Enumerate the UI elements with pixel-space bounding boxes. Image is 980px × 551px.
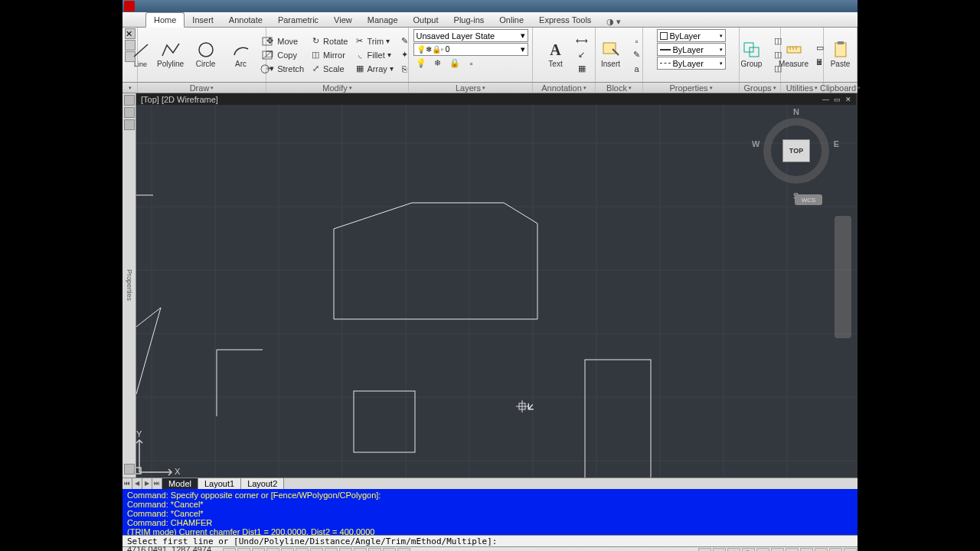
panel-label-utilities[interactable]: Utilities: [781, 83, 824, 93]
copy-button[interactable]: ❐Copy: [262, 48, 306, 61]
layout-tab-2[interactable]: Layout2: [241, 478, 284, 489]
viewport-maximize-icon[interactable]: ▭: [834, 96, 841, 103]
tab-online[interactable]: Online: [492, 13, 531, 27]
palette-menu-icon[interactable]: [124, 119, 135, 130]
tab-home[interactable]: Home: [145, 12, 185, 28]
text-button[interactable]: A Text: [539, 41, 573, 68]
leader-button[interactable]: ↙: [574, 48, 590, 61]
tab-plugins[interactable]: Plug-ins: [446, 13, 492, 27]
palette-close-icon[interactable]: [124, 95, 135, 106]
palette-pin-icon[interactable]: [124, 107, 135, 118]
status-btn-c[interactable]: 🔒: [727, 548, 740, 552]
layer-color-button[interactable]: ▫: [464, 57, 479, 70]
mirror-button[interactable]: ◫Mirror: [308, 48, 350, 61]
coordinates[interactable]: 4716.0491, 1287.4974, 0.0000: [122, 545, 222, 552]
ducs-toggle[interactable]: L: [325, 548, 338, 552]
navigation-bar[interactable]: [835, 216, 851, 338]
table-button[interactable]: ▦: [574, 62, 590, 75]
edit-block-button[interactable]: ✎: [629, 48, 645, 61]
status-btn-i[interactable]: 💡: [815, 548, 828, 552]
layer-iso-button[interactable]: 💡: [413, 57, 429, 70]
trim-button[interactable]: ✂Trim ▾: [352, 34, 396, 47]
tab-insert[interactable]: Insert: [185, 13, 221, 27]
status-btn-f[interactable]: ▦: [771, 548, 784, 552]
command-prompt[interactable]: Select first line or [Undo/Polyline/Dist…: [122, 535, 858, 546]
otrack-toggle[interactable]: ∠: [310, 548, 323, 552]
status-btn-h[interactable]: ⚙: [800, 548, 813, 552]
polar-toggle[interactable]: ⊙: [266, 548, 279, 552]
tab-parametric[interactable]: Parametric: [270, 13, 326, 27]
stretch-button[interactable]: ⇿Stretch: [262, 62, 306, 75]
compass-w[interactable]: W: [752, 139, 760, 148]
linetype-combo[interactable]: ByLayer: [657, 57, 726, 70]
snap-toggle[interactable]: ⊞: [223, 548, 236, 552]
arc-button[interactable]: Arc: [224, 41, 258, 68]
layer-freeze-button[interactable]: ❄: [430, 57, 446, 70]
panel-label-draw[interactable]: Draw: [138, 83, 266, 93]
drawing-canvas[interactable]: X Y ⟀: [136, 105, 858, 478]
viewport-close-icon[interactable]: ✕: [845, 96, 851, 103]
status-btn-e[interactable]: ⊕: [756, 548, 769, 552]
layout-tab-1[interactable]: Layout1: [198, 478, 241, 489]
layer-state-combo[interactable]: Unsaved Layer State▾: [413, 29, 528, 42]
lwt-toggle[interactable]: ≡: [354, 548, 367, 552]
panel-label-layers[interactable]: Layers: [409, 83, 533, 93]
tab-output[interactable]: Output: [406, 13, 446, 27]
sc-toggle[interactable]: ◐: [397, 548, 410, 552]
measure-button[interactable]: Measure: [777, 41, 811, 68]
move-button[interactable]: ✥Move: [262, 34, 306, 47]
properties-palette-label[interactable]: Properties: [126, 269, 133, 301]
tab-manage[interactable]: Manage: [360, 13, 406, 27]
qp-toggle[interactable]: ▭: [383, 548, 396, 552]
status-btn-b[interactable]: ▣: [713, 548, 726, 552]
panel-label-modify[interactable]: Modify: [266, 83, 409, 93]
panel-label-annotation[interactable]: Annotation: [533, 83, 596, 93]
viewport[interactable]: Properties [Top] [2D Wireframe] — ▭ ✕: [122, 93, 858, 478]
layer-combo[interactable]: 💡❄🔒▫ 0 ▾: [413, 43, 528, 56]
palette-props-icon[interactable]: [124, 464, 135, 474]
tpy-toggle[interactable]: ◫: [368, 548, 381, 552]
compass-e[interactable]: E: [834, 139, 839, 148]
dimension-button[interactable]: ⟷: [574, 34, 590, 47]
dyn-toggle[interactable]: +: [339, 548, 352, 552]
line-button[interactable]: Line: [129, 42, 152, 68]
3dosnap-toggle[interactable]: ▣: [296, 548, 309, 552]
panel-label-clipboard[interactable]: Clipboard: [824, 83, 858, 93]
circle-button[interactable]: Circle: [189, 41, 223, 68]
tab-annotate[interactable]: Annotate: [221, 13, 270, 27]
group-button[interactable]: Group: [735, 41, 769, 68]
array-button[interactable]: ▦Array ▾: [352, 62, 396, 75]
tab-express[interactable]: Express Tools: [531, 13, 599, 27]
panel-label-properties[interactable]: Properties: [643, 83, 740, 93]
ribbon-collapse-icon[interactable]: ◑ ▾: [606, 17, 621, 27]
scale-button[interactable]: ⤢Scale: [308, 62, 350, 75]
tab-view[interactable]: View: [326, 13, 360, 27]
layer-lock-button[interactable]: 🔒: [447, 57, 462, 70]
status-btn-d[interactable]: 🔍: [742, 548, 755, 552]
status-btn-g[interactable]: ▭: [786, 548, 799, 552]
viewcube[interactable]: TOP N S E W: [758, 109, 835, 193]
osnap-toggle[interactable]: ◻: [281, 548, 294, 552]
create-block-button[interactable]: ▫: [629, 34, 645, 47]
status-tray-icon[interactable]: ▾: [844, 548, 857, 552]
viewport-minimize-icon[interactable]: —: [822, 96, 829, 103]
paste-button[interactable]: Paste: [824, 41, 858, 68]
color-combo[interactable]: ByLayer: [657, 29, 726, 42]
insert-button[interactable]: Insert: [594, 41, 628, 68]
panel-label-groups[interactable]: Groups: [740, 83, 781, 93]
layout-first-icon[interactable]: ⏮: [122, 478, 132, 489]
rotate-button[interactable]: ↻Rotate: [308, 34, 350, 47]
layout-prev-icon[interactable]: ◀: [132, 478, 142, 489]
layout-next-icon[interactable]: ▶: [142, 478, 152, 489]
status-btn-j[interactable]: ▭: [829, 548, 842, 552]
status-btn-a[interactable]: ▭: [698, 548, 711, 552]
layout-last-icon[interactable]: ⏭: [152, 478, 162, 489]
viewcube-face[interactable]: TOP: [782, 139, 810, 162]
ortho-toggle[interactable]: ∟: [252, 548, 265, 552]
panel-label-block[interactable]: Block: [596, 83, 643, 93]
compass-n[interactable]: N: [793, 107, 799, 116]
block-attr-button[interactable]: a: [629, 62, 645, 75]
layout-tab-model[interactable]: Model: [162, 478, 198, 489]
fillet-button[interactable]: ◟Fillet ▾: [352, 48, 396, 61]
lineweight-combo[interactable]: ByLayer: [657, 43, 726, 56]
